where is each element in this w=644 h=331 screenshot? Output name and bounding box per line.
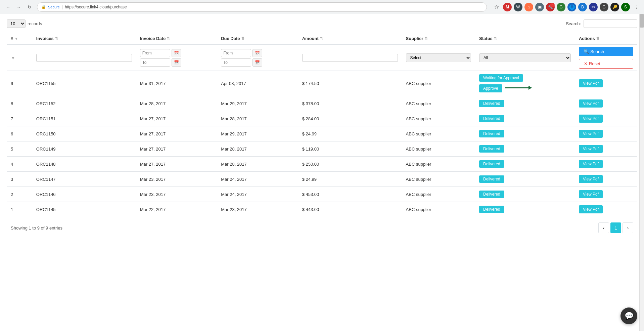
cell-supplier: ABC supplier: [402, 71, 475, 96]
sort-icon-amount[interactable]: ⇅: [320, 36, 323, 41]
cell-actions: View Pdf: [575, 157, 637, 172]
cell-actions: View Pdf: [575, 126, 637, 141]
sort-icon-actions[interactable]: ⇅: [596, 36, 599, 41]
view-pdf-button[interactable]: View Pdf: [579, 130, 603, 138]
invoice-date-to-input[interactable]: [140, 58, 170, 67]
sort-icon-due-date[interactable]: ⇅: [241, 36, 244, 41]
cell-actions: View Pdf: [575, 71, 637, 96]
records-control: 10 25 50 100 records: [7, 19, 42, 28]
approve-button[interactable]: Approve: [479, 84, 502, 92]
ext-icon-7[interactable]: 🌐: [567, 3, 576, 11]
cell-status: Delivered: [475, 141, 575, 157]
sort-icon-invoices[interactable]: ⇅: [55, 36, 58, 41]
ext-icon-6[interactable]: G: [557, 3, 565, 11]
reset-button[interactable]: ✕ Reset: [579, 59, 633, 69]
supplier-filter-select[interactable]: Select ABC supplier: [406, 53, 471, 62]
scrollbar-thumb[interactable]: [640, 14, 644, 28]
secure-icon: 🔒: [41, 5, 46, 9]
table-row: 5 ORC1149 Mar 27, 2017 Mar 28, 2017 $ 11…: [7, 141, 637, 157]
table-row: 4 ORC1148 Mar 27, 2017 Mar 28, 2017 $ 25…: [7, 157, 637, 172]
search-button[interactable]: 🔍 Search: [579, 47, 633, 56]
cell-due-date: Mar 28, 2017: [217, 111, 298, 126]
forward-button[interactable]: →: [14, 2, 24, 12]
col-status: Status ⇅: [475, 33, 575, 45]
ext-icon-1[interactable]: M: [503, 3, 512, 11]
filter-due-date-cell: 📅 📅: [217, 45, 298, 71]
cell-amount: $ 174.50: [298, 71, 402, 96]
ext-icon-3[interactable]: ⌂: [524, 3, 533, 11]
filter-row: ▼ 📅 📅: [7, 45, 637, 71]
invoice-date-from-input[interactable]: [140, 49, 170, 57]
view-pdf-button[interactable]: View Pdf: [579, 190, 603, 198]
status-badge: Delivered: [479, 175, 504, 183]
sort-icon-supplier[interactable]: ⇅: [425, 36, 428, 41]
cell-actions: View Pdf: [575, 96, 637, 111]
back-button[interactable]: ←: [3, 2, 13, 12]
cell-due-date: Mar 29, 2017: [217, 126, 298, 141]
status-filter-select[interactable]: All Waiting for Approval Delivered: [479, 53, 571, 62]
bookmark-icon[interactable]: ☆: [492, 3, 501, 11]
due-date-from-calendar[interactable]: 📅: [252, 49, 262, 57]
ext-icon-10[interactable]: G: [600, 3, 608, 11]
ext-icon-8[interactable]: B: [578, 3, 587, 11]
ext-icon-12[interactable]: S: [621, 3, 630, 11]
invoice-date-from-calendar[interactable]: 📅: [172, 49, 181, 57]
due-date-filter-group: 📅 📅: [221, 49, 294, 67]
view-pdf-button[interactable]: View Pdf: [579, 79, 603, 87]
cell-invoice-date: Mar 23, 2017: [136, 172, 217, 187]
cell-supplier: ABC supplier: [402, 111, 475, 126]
cell-actions: View Pdf: [575, 172, 637, 187]
invoices-table: # ▼ Invoices ⇅ Invoice Date ⇅: [7, 33, 637, 217]
sort-icon-invoice-date[interactable]: ⇅: [167, 36, 170, 41]
filter-actions-cell: 🔍 Search ✕ Reset: [575, 45, 637, 71]
prev-page-button[interactable]: ‹: [598, 222, 609, 233]
due-date-to-calendar[interactable]: 📅: [252, 58, 262, 67]
due-date-from-input[interactable]: [221, 49, 251, 57]
view-pdf-button[interactable]: View Pdf: [579, 160, 603, 168]
reload-button[interactable]: ↻: [25, 2, 34, 12]
due-date-to-input[interactable]: [221, 58, 251, 67]
cell-actions: View Pdf: [575, 187, 637, 202]
status-badge: Delivered: [479, 160, 504, 168]
due-date-to-row: 📅: [221, 58, 294, 67]
cell-due-date: Mar 23, 2017: [217, 202, 298, 217]
status-badge: Delivered: [479, 100, 504, 107]
ext-icon-4[interactable]: ▣: [535, 3, 544, 11]
cell-status: Delivered: [475, 126, 575, 141]
view-pdf-button[interactable]: View Pdf: [579, 175, 603, 183]
amount-filter-input[interactable]: [302, 54, 398, 62]
cell-supplier: ABC supplier: [402, 126, 475, 141]
page-1-button[interactable]: 1: [610, 222, 621, 233]
cell-amount: $ 453.00: [298, 187, 402, 202]
view-pdf-button[interactable]: View Pdf: [579, 145, 603, 153]
more-icon[interactable]: ⋮: [632, 3, 641, 11]
table-row: 7 ORC1151 Mar 27, 2017 Mar 28, 2017 $ 28…: [7, 111, 637, 126]
browser-toolbar-icons: ☆ M W ⌂ ▣ 🔧6 G 🌐 B ✉ G 🔑 S ⋮: [492, 3, 641, 11]
vertical-scrollbar[interactable]: [639, 14, 644, 239]
sort-icon-status[interactable]: ⇅: [494, 36, 497, 41]
view-pdf-button[interactable]: View Pdf: [579, 115, 603, 123]
filter-amount-cell: [298, 45, 402, 71]
cell-amount: $ 24.99: [298, 172, 402, 187]
cell-supplier: ABC supplier: [402, 187, 475, 202]
invoice-date-to-calendar[interactable]: 📅: [172, 58, 181, 67]
cell-actions: View Pdf: [575, 202, 637, 217]
invoice-filter-input[interactable]: [36, 54, 132, 62]
cell-invoice-date: Mar 22, 2017: [136, 202, 217, 217]
view-pdf-button[interactable]: View Pdf: [579, 205, 603, 213]
cell-invoice: ORC1149: [32, 141, 136, 157]
address-bar[interactable]: 🔒 Secure | https://secure.link4.cloud/pu…: [37, 2, 487, 12]
ext-icon-5[interactable]: 🔧6: [546, 3, 555, 11]
cell-status: Delivered: [475, 187, 575, 202]
view-pdf-button[interactable]: View Pdf: [579, 99, 603, 108]
ext-icon-2[interactable]: W: [514, 3, 522, 11]
showing-text: Showing 1 to 9 of 9 entries: [11, 225, 62, 231]
sort-icon-num[interactable]: ▼: [14, 37, 18, 41]
records-per-page-select[interactable]: 10 25 50 100: [7, 19, 26, 28]
pagination-controls: ‹ 1 ›: [598, 222, 633, 233]
next-page-button[interactable]: ›: [623, 222, 633, 233]
ext-icon-11[interactable]: 🔑: [610, 3, 619, 11]
ext-icon-9[interactable]: ✉: [589, 3, 598, 11]
search-label: Search:: [566, 21, 581, 26]
search-input[interactable]: [584, 19, 637, 28]
